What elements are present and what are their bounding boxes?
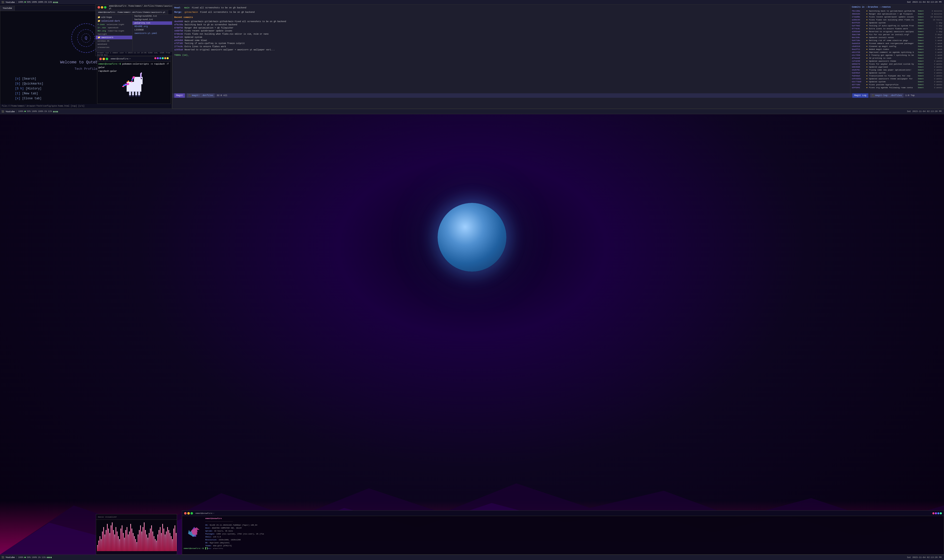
neofetch-min-btn[interactable]	[187, 512, 190, 515]
commit-a950d60[interactable]: a950d60 Removed some bloat	[174, 39, 848, 42]
log-commit-5abb619[interactable]: 5abb619 ● Pinned embark and reorganized …	[852, 42, 942, 45]
svg-rect-22	[135, 95, 137, 97]
file-uwunicorn-yaml[interactable]: uwunicorn-yt.yaml	[133, 32, 179, 35]
viz-bar	[136, 542, 137, 551]
dir-selenized-dark[interactable]: 📁selenized-dark	[96, 19, 132, 23]
mid-statusbar: ⬛ Youtube | 100% ■ 59% 100% 100% 1% 11% …	[0, 109, 944, 114]
commit-bbdf2d3[interactable]: bbdf2d3 Updated system	[174, 36, 848, 39]
file-readme[interactable]: README.org	[133, 25, 179, 28]
log-commit-b3c77da0[interactable]: b3c77da0 ● Updated system Emmet 3 weeks	[852, 80, 942, 83]
tab-label: Youtube	[3, 7, 12, 9]
commit-ef0c50a[interactable]: ef0c50a Switching back to gh as screensh…	[174, 23, 848, 26]
log-commit-b068270[interactable]: b068270 ● Fixes for waybar and patched c…	[852, 63, 942, 66]
neofetch-close-btn[interactable]	[184, 512, 187, 515]
log-commit-a286c64[interactable]: a286c64 ● Fixes flake not building when …	[852, 18, 942, 22]
nixos-logo-svg	[184, 523, 204, 543]
commit-e75f3d2[interactable]: e75f3d2 Testing if auto-cpufreq is syste…	[174, 42, 848, 45]
viz-bar	[141, 531, 142, 551]
viz-bar	[122, 525, 122, 551]
log-commit-5af79d2[interactable]: 5af79d2 ● Testing if auto-cpufreq is sys…	[852, 24, 942, 27]
log-commit-17da08e[interactable]: 17da08e ● Fixes recent qutebrowser updat…	[852, 15, 942, 18]
dotfiles-tab[interactable]: emmet@snowfire: /home/emmet/.dotfiles/th…	[96, 10, 168, 14]
file-polarity[interactable]: polarity.txt	[133, 22, 179, 25]
neofetch-username: emmet@snowfire	[205, 517, 943, 520]
viz-bar	[126, 527, 127, 551]
close-btn[interactable]	[97, 6, 100, 9]
color-palette	[154, 57, 169, 59]
min-btn[interactable]	[101, 6, 103, 9]
dotfiles-title: emmet@snowfire /home/emmet/.dotfiles/the…	[109, 5, 177, 10]
dir-xresources[interactable]: xresources	[96, 46, 132, 49]
log-commit-b0840d0[interactable]: b0840d0 ● Updated pyprland Emmet 2 weeks	[852, 66, 942, 69]
dir-woodland[interactable]: woodland	[96, 43, 132, 46]
file-license[interactable]: LICENSE	[133, 28, 179, 32]
commit-a265ba0[interactable]: a265ba0 Reverted to original uwunicorn w…	[174, 48, 848, 52]
log-commit-8dc310c[interactable]: 8dc310c ● Updated install notes Emmet 1 …	[852, 36, 942, 39]
log-commit-a265ba0[interactable]: a265ba0 ● Reverted to original uwunicorn…	[852, 30, 942, 33]
statusbar-left: ⬛ Youtube | 100% ■ 59% 100% 100% 1% 11% …	[0, 1, 905, 4]
log-commit-fa94da4[interactable]: fa94da4 ● Transitioned to flatpak obs fo…	[852, 74, 942, 77]
log-commit-e4fe503c[interactable]: e4fe503c ● Updated uwunicorn theme wallp…	[852, 77, 942, 80]
commit-2774c0c[interactable]: 2774c0c Extra lines to ensure flakes wor…	[174, 45, 848, 48]
commit-440bfb0[interactable]: 440bfb0 Fixes recent qutebrowser update …	[174, 29, 848, 33]
log-commit-cefd230[interactable]: cefd230 ● Updated uwunicorn theme Emmet …	[852, 60, 942, 63]
file-bg256[interactable]: background256.txt	[133, 14, 179, 18]
viz-bar	[148, 538, 148, 551]
log-commit-c0d6319[interactable]: c0d6319 ● Cleaned up magit config Emmet …	[852, 45, 942, 48]
magit-left-pane: Head: main Fixed all screenshots to be o…	[172, 5, 850, 98]
log-commit-5a946a4[interactable]: 5a946a4 ● Updated system Emmet 2 weeks	[852, 71, 942, 74]
viz-bar	[170, 533, 170, 551]
viz-bar	[154, 536, 154, 551]
magit-window: Head: main Fixed all screenshots to be o…	[172, 5, 944, 109]
bottom-statusbar-right: Sat 2023-11-04 02:13:20 PM	[905, 556, 944, 559]
neofetch-max-btn[interactable]	[191, 512, 193, 515]
log-commit-3da17d8[interactable]: 3da17d8 ● Fix for nix parser on install.…	[852, 33, 942, 36]
max-btn[interactable]	[104, 6, 106, 9]
log-commit-df4eee8[interactable]: df4eee8 ● 3d printing is cool Emmet 1 we…	[852, 57, 942, 60]
dir-twilight[interactable]: twilight	[96, 32, 132, 35]
magit-merge-line: Merge: gitea/main Fixed all screenshots …	[174, 11, 848, 14]
poke-min-btn[interactable]	[102, 58, 105, 60]
svg-rect-10	[131, 79, 133, 80]
viz-bar	[110, 533, 110, 551]
commit-8700f66[interactable]: 8700f66 Ranger dnd optimization + qb fil…	[174, 26, 848, 30]
dir-uwunicorn[interactable]: 📁uwunicorn	[96, 35, 132, 39]
viz-bar	[164, 529, 164, 551]
log-commit-8e4f534[interactable]: 8e4f534 ● Updated system Emmet 1 day	[852, 22, 942, 24]
poke-max-btn[interactable]	[106, 58, 108, 60]
viz-bar	[118, 536, 119, 551]
log-commit-e1c7259[interactable]: e1c7259 ● I finally got agenda + syntchi…	[852, 54, 942, 57]
neofetch-palette	[932, 512, 942, 514]
log-commit-49b9104[interactable]: 49b9104 ● Ranger dnd optimization + qb f…	[852, 12, 942, 15]
dir-lr-nix[interactable]: lr-.nixspacedusk	[96, 26, 132, 29]
visualizer-titlebar: music visualizer	[96, 514, 177, 520]
viz-bar	[174, 525, 175, 551]
magit-log-entries: f8c130a ● Switching back to gitlab/main …	[852, 9, 942, 89]
log-commit-f8c130a[interactable]: f8c130a ● Switching back to gitlab/main …	[852, 9, 942, 12]
viz-bar	[120, 529, 121, 551]
svg-text:Q: Q	[85, 35, 88, 40]
file-list: background256.txt background.txt polarit…	[133, 14, 179, 55]
pokemon-title: emmet@snowfire:~	[111, 58, 131, 60]
log-commit-5d4718e[interactable]: 5d4718e ● Getting rid of some electron p…	[852, 39, 942, 42]
commit-0700c8d[interactable]: 0700c8d Fixes flake not building when fl…	[174, 33, 848, 36]
commit-dee0888[interactable]: dee0888 main gitea/main gitlab/main gith…	[174, 20, 848, 23]
viz-bar	[155, 539, 156, 551]
dir-re-org[interactable]: RE=.orgtomorrow-night	[96, 29, 132, 32]
dir-f-lock[interactable]: f-lockselenized-light	[96, 23, 132, 26]
dir-list: 📁ald-hope 📁selenized-dark f-lockselenize…	[96, 14, 133, 55]
poke-close-btn[interactable]	[99, 58, 102, 60]
log-commit-9774c0c[interactable]: 9774c0c ● Extra lines to ensure flakes w…	[852, 27, 942, 30]
file-bg[interactable]: background.txt	[133, 18, 179, 22]
magit-commits-list: dee0888 main gitea/main gitlab/main gith…	[174, 20, 848, 52]
viz-bar	[161, 533, 162, 551]
log-commit-d3f5941[interactable]: d3f5941 ● Fixes org agenda following roa…	[852, 86, 942, 89]
log-commit-9ea2f11[interactable]: 9ea2f11 ● Added magit-todos Emmet 1 week	[852, 48, 942, 51]
log-commit-e5d5f0c[interactable]: e5d5f0c ● Trying some new power optimiza…	[852, 69, 942, 71]
dir-windows95[interactable]: windows-95	[96, 39, 132, 43]
tab-qute[interactable]: Youtube	[0, 6, 15, 11]
neofetch-title: emmet@snowfire:~	[196, 512, 214, 514]
log-commit-d37710d[interactable]: d37710d ● Fixes youtube hyprprofile Emme…	[852, 83, 942, 86]
dir-ald-hope[interactable]: 📁ald-hope	[96, 15, 132, 19]
log-commit-e811f28[interactable]: e811f28 ● Improved comment on agenda syn…	[852, 51, 942, 54]
